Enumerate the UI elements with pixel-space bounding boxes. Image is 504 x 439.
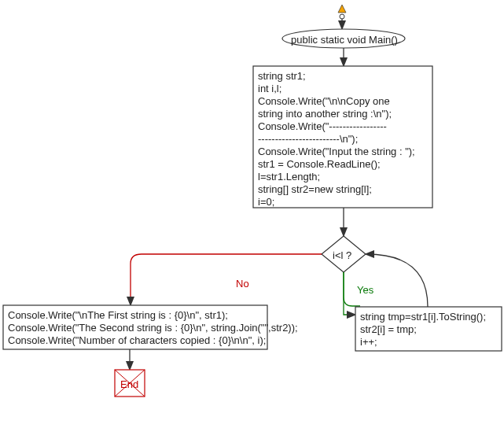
init-line-6: Console.Write("Input the string : "); [258, 145, 415, 159]
svg-point-1 [340, 14, 344, 19]
svg-marker-0 [338, 5, 346, 13]
init-line-7: str1 = Console.ReadLine(); [258, 157, 381, 172]
loop-line-0: string tmp=str1[i].ToString(); [360, 310, 486, 324]
flowchart-canvas [0, 0, 504, 439]
edge-decision-no [131, 254, 322, 304]
init-line-8: l=str1.Length; [258, 170, 320, 184]
init-line-9: string[] str2=new string[l]; [258, 183, 372, 197]
output-line-0: Console.Write("\nThe First string is : {… [8, 308, 228, 323]
loop-line-2: i++; [360, 335, 377, 349]
init-line-4: Console.Write("----------------- [258, 120, 387, 134]
loop-line-1: str2[i] = tmp; [360, 323, 417, 337]
output-line-2: Console.Write("Number of characters copi… [8, 334, 266, 348]
init-line-5: ------------------------\n"); [258, 132, 358, 146]
edge-decision-yes [344, 272, 355, 315]
edge-label-yes: Yes [357, 283, 373, 297]
init-line-0: string str1; [258, 69, 306, 83]
end-label: End [120, 378, 138, 392]
init-line-10: i=0; [258, 195, 274, 209]
init-line-2: Console.Write("\n\nCopy one [258, 94, 390, 109]
decision-label: i<l ? [333, 249, 351, 263]
start-marker [338, 5, 346, 19]
init-line-1: int i,l; [258, 82, 281, 96]
output-line-1: Console.Write("The Second string is : {0… [8, 321, 298, 335]
main-label: public static void Main() [285, 33, 404, 47]
init-line-3: string into another string :\n"); [258, 107, 392, 121]
edge-loop-back [366, 254, 428, 307]
edge-label-no: No [236, 277, 249, 291]
